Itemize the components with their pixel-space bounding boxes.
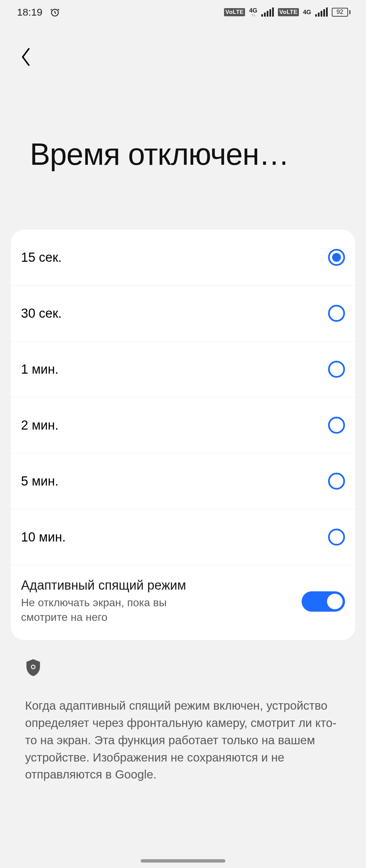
battery-level: 92 bbox=[337, 8, 343, 16]
radio-icon bbox=[328, 361, 345, 378]
adaptive-sleep-row[interactable]: Адаптивный спящий режим Не отключать экр… bbox=[11, 565, 355, 640]
radio-label: 2 мин. bbox=[21, 418, 59, 433]
network-label-2: 4G bbox=[303, 9, 311, 15]
signal-icon-2 bbox=[315, 8, 328, 17]
radio-icon bbox=[328, 473, 345, 490]
radio-label: 15 сек. bbox=[21, 250, 62, 265]
volte-icon-1: VoLTE bbox=[224, 8, 245, 16]
radio-label: 10 мин. bbox=[21, 530, 66, 545]
radio-option-2m[interactable]: 2 мин. bbox=[11, 397, 355, 453]
adaptive-sleep-subtitle: Не отключать экран, пока вы смотрите на … bbox=[21, 595, 197, 625]
privacy-shield-icon bbox=[25, 658, 341, 677]
battery-icon: 92 bbox=[332, 8, 350, 17]
back-icon[interactable] bbox=[20, 47, 32, 67]
svg-point-2 bbox=[32, 666, 35, 668]
status-time: 18:19 bbox=[17, 6, 42, 18]
status-left: 18:19 bbox=[17, 6, 60, 18]
radio-label: 1 мин. bbox=[21, 362, 59, 377]
radio-option-30s[interactable]: 30 сек. bbox=[11, 285, 355, 341]
signal-icon-1 bbox=[261, 8, 274, 17]
radio-label: 5 мин. bbox=[21, 474, 59, 489]
radio-icon bbox=[328, 305, 345, 322]
radio-icon bbox=[328, 249, 345, 266]
adaptive-sleep-switch[interactable] bbox=[302, 591, 345, 612]
radio-option-5m[interactable]: 5 мин. bbox=[11, 453, 355, 509]
info-section: Когда адаптивный спящий режим включен, у… bbox=[0, 640, 366, 783]
radio-icon bbox=[328, 417, 345, 434]
adaptive-sleep-title: Адаптивный спящий режим bbox=[21, 578, 197, 593]
title-region: Время отключен… bbox=[0, 90, 366, 230]
adaptive-sleep-text: Адаптивный спящий режим Не отключать экр… bbox=[21, 578, 197, 625]
options-card: 15 сек. 30 сек. 1 мин. 2 мин. 5 мин. 10 … bbox=[11, 230, 355, 640]
radio-option-15s[interactable]: 15 сек. bbox=[11, 230, 355, 285]
status-bar: 18:19 VoLTE 4G ↑↓ VoLTE 4G 92 bbox=[0, 0, 366, 24]
app-bar bbox=[0, 24, 366, 90]
network-4g-1: 4G ↑↓ bbox=[249, 8, 257, 17]
network-4g-2: 4G bbox=[303, 9, 311, 15]
radio-option-1m[interactable]: 1 мин. bbox=[11, 341, 355, 397]
info-text: Когда адаптивный спящий режим включен, у… bbox=[25, 697, 341, 783]
radio-icon bbox=[328, 529, 345, 546]
status-right: VoLTE 4G ↑↓ VoLTE 4G 92 bbox=[224, 8, 350, 17]
radio-label: 30 сек. bbox=[21, 306, 62, 321]
page-title: Время отключен… bbox=[30, 137, 336, 172]
nav-bar-pill[interactable] bbox=[141, 859, 225, 863]
volte-icon-2: VoLTE bbox=[278, 8, 299, 16]
alarm-icon bbox=[50, 7, 60, 17]
radio-option-10m[interactable]: 10 мин. bbox=[11, 509, 355, 565]
